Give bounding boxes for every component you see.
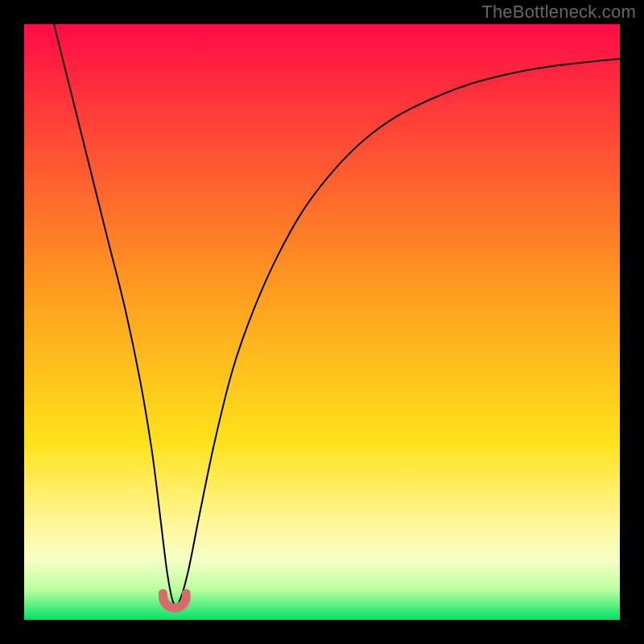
watermark-label: TheBottleneck.com <box>481 2 636 23</box>
chart-frame: TheBottleneck.com <box>0 0 644 644</box>
plot-background <box>24 24 620 620</box>
bottleneck-chart <box>24 24 620 620</box>
